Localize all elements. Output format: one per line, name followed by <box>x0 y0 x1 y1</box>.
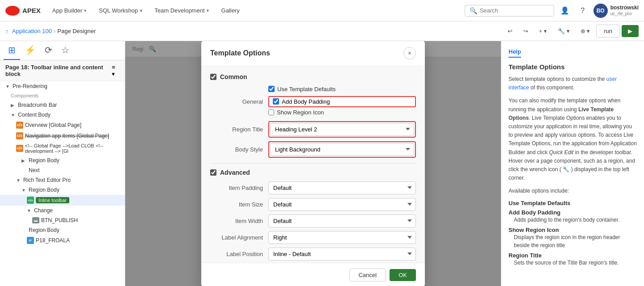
modal-body: Common General Use Template Defaults <box>201 66 425 263</box>
add-body-padding-checkbox[interactable] <box>273 98 279 105</box>
sidebar-tab-components[interactable]: ☆ <box>57 41 74 60</box>
general-row: General Use Template Defaults Add Body P… <box>210 86 416 118</box>
tree-item-next[interactable]: ▶ Next <box>0 165 125 175</box>
sidebar-tab-rendering[interactable]: ⊞ <box>4 41 20 60</box>
region-title-select[interactable]: Heading Level 2 Default Heading Level 1 … <box>270 123 414 136</box>
user-name: bostrowski <box>610 4 639 11</box>
common-section-label: Common <box>220 73 247 80</box>
help-option-use-template: Use Template Defaults <box>508 200 637 206</box>
tree-item-breadcrumb-bar[interactable]: ▶ Breadcrumb Bar <box>0 100 125 110</box>
item-size-select[interactable]: DefaultSmallMediumLarge <box>268 198 416 211</box>
label-alignment-select[interactable]: RightDefaultLeftCenter <box>268 231 416 244</box>
sidebar-tab-dynamic[interactable]: ⚡ <box>20 41 40 60</box>
save-button[interactable]: run <box>596 25 620 38</box>
shared-button[interactable]: ⊕ ▾ <box>576 26 595 36</box>
redo-button[interactable]: ↪ <box>519 26 533 36</box>
expand-icon: ▶ <box>11 103 16 108</box>
tree-item-load-clob[interactable]: </> <!-- Global Page -->Load CLOB <!-- d… <box>0 141 125 156</box>
wrench-icon: 🔧 <box>563 166 569 172</box>
chevron-down-icon: ▾ <box>140 8 142 13</box>
undo-button[interactable]: ↩ <box>503 26 517 36</box>
body-style-select[interactable]: Light Background Default Dark Background… <box>270 143 414 156</box>
search-input[interactable] <box>480 7 549 14</box>
body-style-controls: Light Background Default Dark Background… <box>268 141 416 158</box>
collapse-icon: ▼ <box>21 188 27 193</box>
tree-item-p18-froala[interactable]: P P18_FROALA <box>0 235 125 246</box>
search-box[interactable]: 🔍 <box>465 5 554 17</box>
show-region-icon-label: Show Region Icon <box>277 109 324 116</box>
html-icon: </> <box>16 122 23 129</box>
left-sidebar: ⊞ ⚡ ⟳ ☆ Page 18: Toolbar inline and cont… <box>0 41 125 286</box>
center-area: Regi 🔍 Template Options × Common <box>125 41 501 286</box>
sidebar-tab-shared[interactable]: ⟳ <box>40 41 57 60</box>
help-option-add-body-padding: Add Body Padding Adds padding to the reg… <box>508 209 637 224</box>
item-size-row: Item Size DefaultSmallMediumLarge <box>210 198 416 211</box>
add-button[interactable]: + ▾ <box>534 26 551 36</box>
advanced-section-checkbox[interactable] <box>210 169 216 176</box>
modal-overlay: Template Options × Common General <box>125 41 501 286</box>
help-option-show-region-icon: Show Region Icon Displays the region ico… <box>508 227 637 249</box>
help-option-region-title: Region Title Sets the source of the Titl… <box>508 252 637 267</box>
tree-item-pre-rendering[interactable]: ▼ Pre-Rendering <box>0 81 125 91</box>
common-section-checkbox[interactable] <box>210 74 216 80</box>
use-template-defaults-label: Use Template Defaults <box>277 86 336 93</box>
template-options-modal: Template Options × Common General <box>201 41 425 286</box>
collapse-icon: ▼ <box>5 84 11 89</box>
tree-item-rich-text-editor[interactable]: ▼ Rich Text Editor Pro <box>0 175 125 185</box>
breadcrumb-application[interactable]: Application 100 <box>12 28 52 34</box>
tree-item-btn-publish[interactable]: ▬ BTN_PUBLISH <box>0 215 125 225</box>
field-icon: P <box>27 237 34 244</box>
collapse-icon: ▼ <box>11 113 16 118</box>
page-up-icon: ↑ <box>5 28 8 35</box>
notifications-icon[interactable]: 👤 <box>558 4 572 18</box>
tree-item-change[interactable]: ▼ Change <box>0 206 125 215</box>
general-controls: Use Template Defaults Add Body Padding S… <box>268 86 416 118</box>
page-header-title: Page 18: Toolbar inline and content bloc… <box>5 64 112 77</box>
modal-header: Template Options × <box>201 41 425 66</box>
help-available-options: Available options include: <box>508 187 637 195</box>
run-button[interactable]: ▶ <box>622 25 639 37</box>
ok-button[interactable]: OK <box>390 269 416 281</box>
top-navigation: APEX App Builder ▾ SQL Workshop ▾ Team D… <box>0 0 644 21</box>
chevron-down-icon: ▾ <box>84 8 86 13</box>
chevron-down-icon: ▾ <box>207 8 209 13</box>
tree-item-region-body-1[interactable]: ▶ Region Body <box>0 156 125 165</box>
item-padding-row: Item Padding DefaultSmallMediumLarge <box>210 181 416 194</box>
breadcrumb: Application 100 › Page Designer <box>12 28 96 34</box>
section-common-header: Common <box>210 73 416 80</box>
toolbar-tools: ↩ ↪ + ▾ 🔧 ▾ ⊕ ▾ run ▶ <box>503 25 639 38</box>
nav-sql-workshop[interactable]: SQL Workshop ▾ <box>94 5 146 16</box>
tree-item-inline-toolbar[interactable]: </> Inline toolbar <box>0 195 125 206</box>
item-width-select[interactable]: DefaultAutoFullHalf <box>268 214 416 227</box>
nav-app-builder[interactable]: App Builder ▾ <box>48 5 91 16</box>
sidebar-tree: ▼ Pre-Rendering Components ▶ Breadcrumb … <box>0 81 125 286</box>
cancel-button[interactable]: Cancel <box>349 269 386 282</box>
region-title-row: Region Title Heading Level 2 Default Hea… <box>210 121 416 138</box>
nav-gallery[interactable]: Gallery <box>217 5 244 16</box>
avatar: BO <box>593 4 608 18</box>
sidebar-menu-icon[interactable]: ≡ ▾ <box>112 64 119 77</box>
use-template-defaults-row: Use Template Defaults <box>268 86 416 93</box>
show-region-icon-checkbox[interactable] <box>268 109 274 115</box>
html-icon: </> <box>16 145 23 152</box>
nav-team-development[interactable]: Team Development ▾ <box>150 5 213 16</box>
tree-item-nav-items[interactable]: </> Navigation app items [Global Page] <box>0 130 125 141</box>
item-padding-select[interactable]: DefaultSmallMediumLarge <box>268 181 416 194</box>
item-width-row: Item Width DefaultAutoFullHalf <box>210 214 416 227</box>
tools-button[interactable]: 🔧 ▾ <box>553 26 574 36</box>
help-icon[interactable]: ? <box>576 4 590 18</box>
modal-title: Template Options <box>210 49 270 57</box>
label-position-select[interactable]: Inline - DefaultDefaultAboveHidden <box>268 248 416 261</box>
apex-logo[interactable]: APEX <box>5 6 41 16</box>
add-body-padding-label: Add Body Padding <box>282 98 330 105</box>
modal-close-button[interactable]: × <box>403 47 416 59</box>
label-alignment-label: Label Alignment <box>210 234 268 241</box>
user-menu[interactable]: BO bostrowski uc_rte_pro <box>593 4 639 18</box>
help-tab[interactable]: Help <box>508 48 521 58</box>
tree-item-content-body[interactable]: ▼ Content Body <box>0 110 125 120</box>
use-template-defaults-checkbox[interactable] <box>268 86 275 92</box>
tree-item-overview[interactable]: </> Overview [Global Page] <box>0 120 125 130</box>
tree-item-region-body-3[interactable]: ▶ Region Body <box>0 225 125 235</box>
main-layout: ⊞ ⚡ ⟳ ☆ Page 18: Toolbar inline and cont… <box>0 41 644 286</box>
tree-item-region-body-2[interactable]: ▼ Region Body <box>0 185 125 195</box>
